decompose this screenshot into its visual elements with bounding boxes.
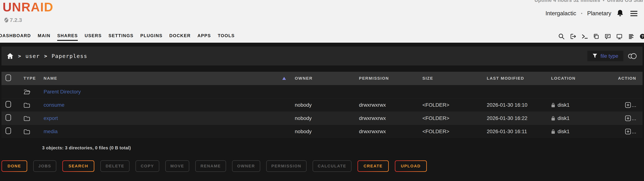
sort-ascending-icon	[282, 77, 286, 80]
server-identity: Intergalactic • Planetary	[546, 9, 638, 18]
type-cell	[24, 89, 44, 94]
home-icon[interactable]	[6, 53, 14, 60]
server-name: Intergalactic	[546, 10, 576, 17]
permission-cell: drwxrwxrwx	[359, 128, 422, 134]
separator-dot: •	[603, 0, 604, 3]
filter-funnel-icon	[592, 54, 597, 59]
unraid-logo[interactable]: UNRAID	[2, 1, 53, 13]
jobs-button[interactable]: JOBS	[33, 160, 56, 172]
folder-icon	[24, 129, 30, 134]
column-header-permission[interactable]: PERMISSION	[359, 76, 422, 81]
log-icon[interactable]	[627, 33, 634, 40]
row-checkbox[interactable]	[6, 114, 11, 121]
nav-item-shares[interactable]: SHARES	[57, 33, 78, 41]
expand-actions-icon[interactable]	[625, 102, 631, 108]
lock-icon	[551, 116, 555, 121]
owner-cell: nobody	[290, 128, 359, 134]
version-number: 7.2.3	[10, 17, 22, 23]
done-button[interactable]: DONE	[2, 160, 27, 172]
expand-actions-icon[interactable]	[625, 128, 631, 135]
open-folder-icon	[24, 89, 30, 94]
file-table: TYPE NAME OWNER PERMISSION SIZE LAST MOD…	[2, 72, 642, 138]
menu-hamburger-icon[interactable]	[630, 11, 638, 16]
logout-icon[interactable]	[569, 33, 577, 40]
move-button[interactable]: MOVE	[165, 160, 190, 172]
monitor-icon[interactable]	[616, 33, 623, 40]
column-header-location[interactable]: LOCATION	[551, 76, 616, 81]
size-cell: <FOLDER>	[422, 128, 487, 134]
server-description: Planetary	[587, 10, 611, 17]
type-cell	[24, 102, 44, 108]
breadcrumb-item-current: Paperpless	[52, 53, 87, 59]
column-header-type[interactable]: TYPE	[24, 76, 44, 81]
copy-button[interactable]: COPY	[136, 160, 159, 172]
nav-item-docker[interactable]: DOCKER	[169, 33, 191, 41]
select-all-checkbox[interactable]	[6, 74, 11, 81]
location-cell: disk1	[551, 128, 616, 134]
table-row: consume nobody drwxrwxrwx <FOLDER> 2026-…	[2, 98, 642, 112]
search-button[interactable]: SEARCH	[62, 160, 94, 172]
nav-item-tools[interactable]: TOOLS	[218, 33, 235, 41]
row-checkbox[interactable]	[6, 128, 11, 134]
delete-button[interactable]: DELETE	[100, 160, 130, 172]
table-row: export nobody drwxrwxrwx <FOLDER> 2026-0…	[2, 112, 642, 125]
action-cell[interactable]: ...	[616, 128, 642, 135]
create-button[interactable]: CREATE	[358, 160, 389, 172]
action-cell[interactable]: ...	[616, 115, 642, 122]
brand: UNRAID 7.2.3	[2, 1, 53, 23]
svg-text:?: ?	[642, 34, 644, 38]
owner-button[interactable]: OWNER	[232, 160, 260, 172]
search-icon[interactable]	[558, 33, 565, 40]
nav-item-main[interactable]: MAIN	[38, 33, 50, 41]
calculate-button[interactable]: CALCULATE	[312, 160, 352, 172]
action-cell[interactable]: ...	[616, 102, 642, 108]
view-toggle-icon[interactable]	[628, 52, 638, 60]
last-modified-cell: 2026-01-30 16:10	[487, 102, 551, 108]
rename-button[interactable]: RENAME	[195, 160, 226, 172]
nav-item-settings[interactable]: SETTINGS	[108, 33, 134, 41]
upload-button[interactable]: UPLOAD	[395, 160, 427, 172]
file-browser: > user > Paperpless file type TYPE	[0, 46, 644, 181]
permission-button[interactable]: PERMISSION	[266, 160, 306, 172]
folder-link[interactable]: media	[44, 128, 58, 134]
filter-label: file type	[600, 53, 618, 59]
breadcrumb-controls: file type	[587, 51, 638, 61]
column-header-name[interactable]: NAME	[44, 76, 290, 81]
separator-dot: •	[581, 11, 582, 16]
nav-item-users[interactable]: USERS	[84, 33, 102, 41]
os-status-text: Unraid OS Started	[607, 0, 644, 3]
notifications-bell-icon[interactable]	[616, 9, 624, 18]
expand-actions-icon[interactable]	[625, 115, 631, 122]
folder-link[interactable]: export	[44, 115, 58, 121]
column-header-last-modified[interactable]: LAST MODIFIED	[487, 76, 551, 81]
parent-directory-link[interactable]: Parent Directory	[44, 89, 81, 95]
column-header-size[interactable]: SIZE	[422, 76, 487, 81]
name-cell: media	[44, 128, 290, 134]
location-cell: disk1	[551, 102, 616, 108]
version-line: 7.2.3	[4, 17, 53, 23]
folder-link[interactable]: consume	[44, 102, 64, 108]
row-checkbox[interactable]	[6, 101, 11, 108]
help-icon[interactable]: ?	[639, 33, 644, 40]
breadcrumb-bar: > user > Paperpless file type	[2, 46, 642, 66]
lock-icon	[551, 102, 555, 108]
more-actions: ...	[632, 115, 636, 122]
nav-item-apps[interactable]: APPS	[198, 33, 211, 41]
last-modified-cell: 2026-01-30 16:22	[487, 115, 551, 121]
more-actions: ...	[632, 102, 636, 108]
parent-directory-row: Parent Directory	[2, 85, 642, 98]
breadcrumb-item-user[interactable]: user	[26, 53, 40, 59]
feedback-chat-icon[interactable]	[604, 33, 612, 40]
nav-item-dashboard[interactable]: DASHBOARD	[0, 33, 31, 41]
nav-item-plugins[interactable]: PLUGINS	[140, 33, 162, 41]
terminal-icon[interactable]	[581, 33, 588, 40]
permission-cell: drwxrwxrwx	[359, 102, 422, 108]
owner-cell: nobody	[290, 115, 359, 121]
folder-icon	[24, 102, 30, 108]
copy-icon[interactable]	[592, 33, 600, 40]
file-type-filter[interactable]: file type	[587, 51, 624, 61]
column-header-owner[interactable]: OWNER	[290, 76, 359, 81]
header-toolbar: ?	[558, 33, 644, 40]
permission-cell: drwxrwxrwx	[359, 115, 422, 121]
top-header: Uptime 4 hours 52 minutes•Unraid OS Star…	[0, 0, 644, 43]
